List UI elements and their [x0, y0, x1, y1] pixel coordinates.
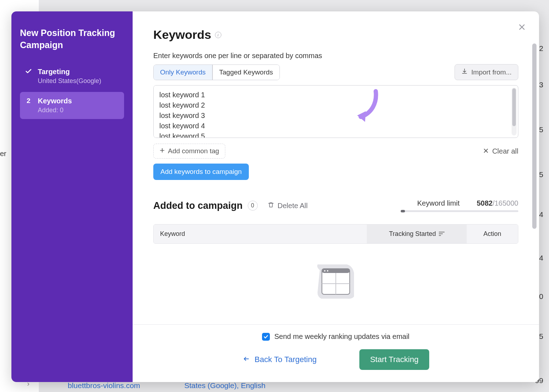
page-title: Keywords i — [153, 28, 518, 42]
keywords-hint: Enter keywords one per line or separated… — [153, 52, 518, 60]
empty-state-illustration — [153, 264, 518, 299]
back-to-targeting-link[interactable]: Back To Targeting — [242, 355, 317, 364]
bg-text: er — [0, 150, 6, 158]
arrow-left-icon — [242, 355, 250, 364]
sidebar-item-label: Keywords — [38, 97, 72, 105]
tab-tagged-keywords[interactable]: Tagged Keywords — [212, 65, 279, 80]
modal-main: Keywords i Enter keywords one per line o… — [133, 11, 539, 382]
table-header: Keyword Tracking Started Action — [154, 225, 518, 243]
close-button[interactable] — [516, 21, 528, 33]
svg-point-11 — [324, 270, 325, 272]
textarea-scrollbar[interactable] — [512, 88, 517, 135]
added-keywords-table: Keyword Tracking Started Action — [153, 224, 518, 244]
plus-icon — [159, 147, 165, 155]
start-tracking-button[interactable]: Start Tracking — [359, 349, 429, 370]
column-tracking-label: Tracking Started — [389, 230, 436, 238]
info-icon[interactable]: i — [215, 32, 221, 38]
keyword-limit-values: 5082/165000 — [477, 199, 518, 207]
keyword-mode-toggle: Only Keywords Tagged Keywords — [153, 65, 280, 80]
check-icon — [24, 68, 33, 75]
svg-rect-10 — [322, 269, 350, 273]
weekly-updates-label: Send me weekly ranking updates via email — [274, 332, 409, 341]
column-keyword[interactable]: Keyword — [154, 225, 367, 243]
svg-rect-7 — [439, 233, 443, 234]
bg-locale-link: States (Google), English — [184, 381, 266, 390]
sidebar-item-label: Targeting — [38, 68, 101, 76]
download-icon — [461, 68, 468, 76]
keyword-limit-bar — [401, 210, 518, 212]
keyword-limit-label: Keyword limit — [417, 199, 460, 207]
svg-point-12 — [327, 270, 328, 272]
new-campaign-modal: New Position Tracking Campaign Targeting… — [11, 11, 539, 382]
clear-all-label: Clear all — [492, 147, 518, 155]
sidebar-item-sublabel: United States(Google) — [38, 77, 101, 85]
modal-footer: Send me weekly ranking updates via email… — [133, 324, 539, 382]
page-title-text: Keywords — [153, 28, 211, 42]
add-keywords-button[interactable]: Add keywords to campaign — [153, 164, 249, 180]
keywords-textarea[interactable] — [154, 86, 509, 138]
step-number: 2 — [24, 97, 33, 105]
limit-used: 5082 — [477, 199, 493, 207]
trash-icon — [268, 202, 274, 210]
sidebar-title: New Position Tracking Campaign — [20, 27, 124, 51]
svg-rect-8 — [439, 235, 441, 236]
modal-content: Keywords i Enter keywords one per line o… — [133, 11, 539, 324]
weekly-updates-checkbox[interactable] — [262, 333, 270, 341]
column-action: Action — [467, 225, 518, 243]
tab-only-keywords[interactable]: Only Keywords — [154, 65, 212, 80]
keywords-textarea-wrap — [153, 85, 518, 138]
added-title: Added to campaign — [153, 200, 243, 211]
sidebar-item-targeting[interactable]: Targeting United States(Google) — [20, 63, 124, 90]
import-button[interactable]: Import from... — [455, 64, 518, 80]
back-label: Back To Targeting — [255, 355, 317, 364]
sidebar-item-sublabel: Added: 0 — [38, 107, 72, 114]
column-tracking-started[interactable]: Tracking Started — [367, 225, 467, 243]
add-tag-label: Add common tag — [168, 147, 219, 155]
bg-domain-link: bluettbros-violins.com — [68, 381, 140, 390]
wizard-sidebar: New Position Tracking Campaign Targeting… — [11, 11, 133, 382]
import-label: Import from... — [471, 68, 512, 76]
sort-icon — [439, 230, 445, 238]
clear-all-button[interactable]: Clear all — [483, 147, 518, 155]
delete-all-label: Delete All — [278, 202, 308, 210]
limit-total: /165000 — [493, 199, 518, 207]
close-icon — [483, 147, 489, 155]
svg-rect-6 — [439, 232, 445, 232]
delete-all-button[interactable]: Delete All — [268, 202, 308, 210]
added-count-badge: 0 — [248, 201, 258, 211]
add-common-tag-button[interactable]: Add common tag — [153, 144, 225, 159]
sidebar-item-keywords[interactable]: 2 Keywords Added: 0 — [20, 92, 124, 119]
content-scrollbar[interactable] — [532, 43, 537, 247]
